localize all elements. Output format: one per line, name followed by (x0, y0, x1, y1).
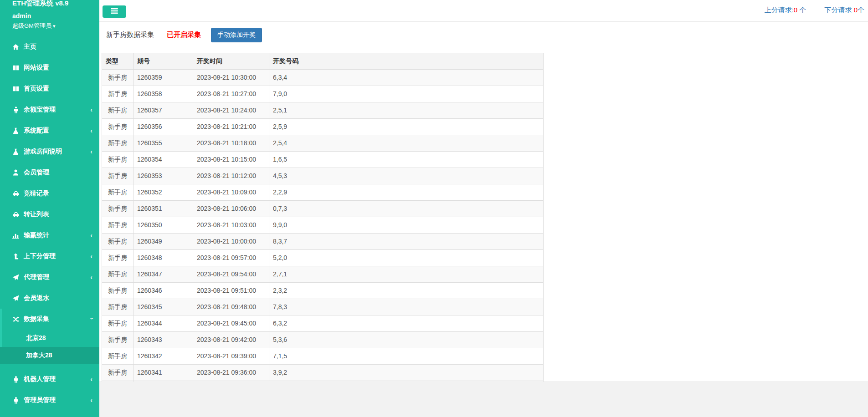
content-area: 类型期号开奖时间开奖号码 新手房12603592023-08-21 10:30:… (99, 48, 868, 381)
caret-down-icon: ▾ (53, 23, 56, 29)
column-header: 期号 (134, 53, 193, 70)
sidebar-item-member-rebate[interactable]: 会员返水 (0, 288, 99, 309)
cell-issue-number: 1260352 (134, 184, 193, 201)
cell-type: 新手房 (102, 299, 134, 315)
cell-type: 新手房 (102, 234, 134, 250)
submenu-item-label: 加拿大28 (26, 351, 52, 360)
cell-draw-numbers: 2,7,1 (269, 266, 544, 283)
columns-icon (12, 85, 20, 92)
up-request-link[interactable]: 上分请求:0 个 (765, 6, 806, 14)
columns-icon (12, 64, 20, 71)
sidebar-item-system-config[interactable]: 系统配置‹ (0, 120, 99, 141)
cell-draw-time: 2023-08-21 10:09:00 (193, 184, 269, 201)
sidebar-item-transfer-list[interactable]: 转让列表 (0, 204, 99, 225)
table-row: 新手房12603592023-08-21 10:30:006,3,4 (102, 70, 544, 86)
cell-type: 新手房 (102, 266, 134, 283)
sidebar-item-updown-management[interactable]: 上下分管理‹ (0, 246, 99, 267)
sidebar-toggle-button[interactable] (103, 5, 126, 18)
cell-draw-time: 2023-08-21 10:27:00 (193, 86, 269, 102)
cell-issue-number: 1260351 (134, 201, 193, 217)
table-row: 新手房12603582023-08-21 10:27:007,9,0 (102, 86, 544, 102)
sidebar-item-label: 数据采集 (24, 315, 49, 323)
manual-add-draw-button[interactable]: 手动添加开奖 (211, 28, 262, 42)
page-title: 新手房数据采集 (106, 31, 154, 39)
cell-draw-time: 2023-08-21 10:15:00 (193, 152, 269, 168)
cell-draw-time: 2023-08-21 09:45:00 (193, 315, 269, 332)
sidebar-item-guess-records[interactable]: 竞猜记录 (0, 183, 99, 204)
cell-issue-number: 1260344 (134, 315, 193, 332)
sidebar-item-label: 机器人管理 (24, 375, 56, 383)
male-icon (12, 376, 20, 383)
sidebar-item-admin-management[interactable]: 管理员管理‹ (0, 390, 99, 411)
sidebar-subitem-canada28[interactable]: 加拿大28 (0, 347, 99, 364)
sidebar-item-data-collection[interactable]: 数据采集‹ (2, 309, 99, 330)
sidebar-menu: 主页网站设置首页设置余额宝管理‹系统配置‹游戏房间说明‹会员管理竞猜记录转让列表… (0, 36, 99, 417)
cell-issue-number: 1260350 (134, 217, 193, 234)
sidebar-item-home[interactable]: 主页 (0, 36, 99, 57)
sidebar-item-label: 首页设置 (24, 85, 49, 93)
cell-type: 新手房 (102, 168, 134, 184)
column-header: 开奖号码 (269, 53, 544, 70)
chevron-left-icon: ‹ (90, 253, 92, 259)
table-row: 新手房12603452023-08-21 09:48:007,8,3 (102, 299, 544, 315)
sidebar-item-label: 会员返水 (24, 294, 49, 302)
cell-issue-number: 1260343 (134, 332, 193, 348)
cell-draw-numbers: 7,9,0 (269, 86, 544, 102)
sidebar-item-member-management[interactable]: 会员管理 (0, 162, 99, 183)
cell-type: 新手房 (102, 332, 134, 348)
user-role-dropdown[interactable]: 超级GM管理员▾ (0, 22, 99, 30)
chevron-left-icon: ‹ (90, 148, 92, 155)
cell-issue-number: 1260355 (134, 135, 193, 152)
cell-draw-numbers: 2,5,9 (269, 119, 544, 135)
down-request-link[interactable]: 下分请求 0个 (824, 6, 864, 14)
table-header-row: 类型期号开奖时间开奖号码 (102, 53, 544, 70)
cell-draw-time: 2023-08-21 10:21:00 (193, 119, 269, 135)
cell-type: 新手房 (102, 70, 134, 86)
cell-draw-numbers: 3,9,2 (269, 365, 544, 381)
cell-draw-numbers: 2,5,4 (269, 135, 544, 152)
sidebar-item-agent-management[interactable]: 代理管理‹ (0, 267, 99, 288)
table-row: 新手房12603532023-08-21 10:12:004,5,3 (102, 168, 544, 184)
user-icon (12, 169, 20, 176)
cell-draw-numbers: 2,5,1 (269, 102, 544, 119)
cell-draw-numbers: 1,6,5 (269, 152, 544, 168)
panel-heading: 新手房数据采集 已开启采集 手动添加开奖 (99, 22, 868, 48)
sidebar-item-site-settings[interactable]: 网站设置 (0, 57, 99, 78)
sidebar-subitem-beijing28[interactable]: 北京28 (2, 330, 99, 347)
cell-issue-number: 1260354 (134, 152, 193, 168)
cell-issue-number: 1260356 (134, 119, 193, 135)
cell-draw-time: 2023-08-21 10:06:00 (193, 201, 269, 217)
cell-draw-numbers: 0,7,3 (269, 201, 544, 217)
flask-icon (12, 127, 20, 134)
cell-draw-numbers: 2,2,9 (269, 184, 544, 201)
cell-issue-number: 1260346 (134, 283, 193, 299)
sidebar-item-winloss-stats[interactable]: 输赢统计‹ (0, 225, 99, 246)
cell-issue-number: 1260341 (134, 365, 193, 381)
cell-type: 新手房 (102, 184, 134, 201)
sidebar-item-label: 转让列表 (24, 210, 49, 219)
sidebar: ETH管理系统 v8.9 admin 超级GM管理员▾ 主页网站设置首页设置余额… (0, 0, 99, 417)
sidebar-item-game-room-info[interactable]: 游戏房间说明‹ (0, 141, 99, 162)
user-name: admin (0, 12, 99, 20)
sidebar-item-label: 网站设置 (24, 64, 49, 72)
main-area: 上分请求:0 个 下分请求 0个 新手房数据采集 已开启采集 手动添加开奖 类型… (99, 0, 868, 417)
sidebar-item-publish-notice[interactable]: 发布公告 (0, 411, 99, 417)
cell-issue-number: 1260345 (134, 299, 193, 315)
cell-draw-time: 2023-08-21 10:24:00 (193, 102, 269, 119)
top-navbar: 上分请求:0 个 下分请求 0个 (99, 0, 868, 22)
cell-issue-number: 1260359 (134, 70, 193, 86)
cell-issue-number: 1260342 (134, 348, 193, 365)
cell-type: 新手房 (102, 283, 134, 299)
cell-type: 新手房 (102, 250, 134, 266)
chevron-left-icon: ‹ (90, 274, 92, 280)
cell-issue-number: 1260347 (134, 266, 193, 283)
car-icon (12, 211, 20, 218)
cell-draw-numbers: 6,3,2 (269, 315, 544, 332)
sidebar-item-label: 游戏房间说明 (24, 147, 62, 156)
cell-draw-time: 2023-08-21 09:51:00 (193, 283, 269, 299)
sidebar-item-yuebao-management[interactable]: 余额宝管理‹ (0, 99, 99, 120)
shuffle-icon (12, 315, 20, 323)
sidebar-item-robot-management[interactable]: 机器人管理‹ (0, 369, 99, 390)
cell-draw-numbers: 6,3,4 (269, 70, 544, 86)
sidebar-item-homepage-settings[interactable]: 首页设置 (0, 78, 99, 99)
